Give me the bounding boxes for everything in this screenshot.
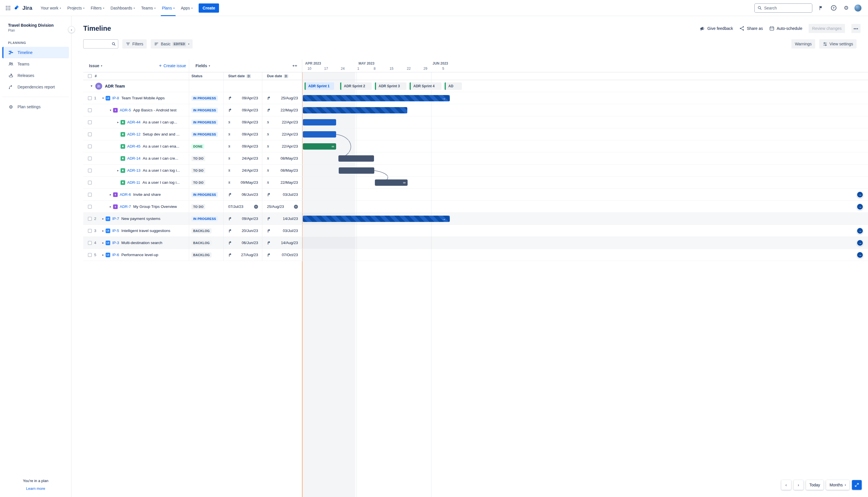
nav-item-filters[interactable]: Filters▾ xyxy=(88,0,107,16)
issue-summary: Intelligent travel suggestions xyxy=(121,229,170,233)
issue-summary: My Group Trips Overview xyxy=(133,204,177,209)
nav-item-projects[interactable]: Projects▾ xyxy=(64,0,88,16)
team-avatar xyxy=(95,83,102,89)
sprint-pill[interactable]: ADR Sprint 4 xyxy=(409,82,442,90)
issue-key[interactable]: ADR-45 xyxy=(127,144,140,148)
issue-key[interactable]: IP-7 xyxy=(112,216,119,221)
level-issue-type-icon: LE xyxy=(106,253,110,257)
nav-item-your-work[interactable]: Your work▾ xyxy=(38,0,64,16)
jira-logo[interactable]: Jira xyxy=(14,4,32,12)
select-all-checkbox[interactable] xyxy=(88,74,92,78)
row-checkbox[interactable] xyxy=(88,156,92,160)
due-date-column-header[interactable]: Due date D xyxy=(262,72,302,80)
expand-toggle-icon[interactable]: ▾ xyxy=(91,84,92,88)
issue-key[interactable]: ADR-5 xyxy=(120,108,131,112)
gantt-bar[interactable] xyxy=(338,155,374,162)
expand-toggle-icon[interactable]: ▾ xyxy=(100,97,106,100)
gantt-bar[interactable] xyxy=(303,131,336,138)
row-checkbox[interactable] xyxy=(88,217,92,221)
gantt-bar[interactable] xyxy=(303,119,336,126)
nav-item-teams[interactable]: Teams▾ xyxy=(138,0,159,16)
week-label: 1 xyxy=(357,67,359,71)
app-switcher-icon[interactable] xyxy=(3,3,13,13)
row-checkbox[interactable] xyxy=(88,181,92,185)
timeline-search[interactable] xyxy=(83,39,118,48)
row-checkbox[interactable] xyxy=(88,144,92,148)
row-checkbox[interactable] xyxy=(88,205,92,209)
date-value: 03/Jul/23 xyxy=(283,193,298,197)
issue-key[interactable]: IP-6 xyxy=(112,253,119,257)
nav-item-plans[interactable]: Plans▾ xyxy=(159,0,178,16)
sprint-pill[interactable]: ADR Sprint 1 xyxy=(305,82,334,90)
fields-menu[interactable]: Fields ▾ xyxy=(196,63,210,68)
expand-toggle-icon[interactable]: ▸ xyxy=(108,205,113,208)
gantt-bar[interactable]: → xyxy=(303,216,450,222)
issue-key[interactable]: ADR-13 xyxy=(127,168,140,173)
create-button[interactable]: Create xyxy=(199,3,219,13)
sidebar-item-dependencies-report[interactable]: Dependencies report xyxy=(2,81,69,93)
date-value: 09/Apr/23 xyxy=(242,144,258,148)
issue-key[interactable]: ADR-7 xyxy=(120,204,131,209)
create-issue-button[interactable]: + Create issue xyxy=(159,63,186,68)
level-issue-type-icon: LE xyxy=(106,241,110,245)
issue-key[interactable]: ADR-12 xyxy=(127,132,140,137)
sidebar-collapse-button[interactable]: ‹ xyxy=(68,26,75,33)
row-checkbox[interactable] xyxy=(88,241,92,245)
expand-toggle-icon[interactable]: ▸ xyxy=(100,229,106,232)
sprint-pill[interactable]: ADR Sprint 2 xyxy=(340,82,372,90)
issue-key[interactable]: IP-3 xyxy=(112,241,119,245)
expand-toggle-icon[interactable]: ▾ xyxy=(108,109,113,112)
sprint-pill[interactable]: AD xyxy=(445,82,450,90)
issue-row: ADR-11As a user I can log i...TO DOS09/M… xyxy=(83,176,450,189)
remove-date-icon[interactable]: × xyxy=(254,205,258,209)
filters-button[interactable]: Filters xyxy=(122,39,147,48)
nav-item-apps[interactable]: Apps▾ xyxy=(178,0,196,16)
gantt-bar[interactable]: → xyxy=(303,95,450,101)
issue-key[interactable]: ADR-44 xyxy=(127,120,140,124)
issue-key[interactable]: IP-8 xyxy=(112,96,119,100)
sidebar-item-label: Dependencies report xyxy=(17,85,55,89)
sprint-pill[interactable]: ADR Sprint 3 xyxy=(375,82,406,90)
expand-toggle-icon[interactable]: ▸ xyxy=(115,120,120,124)
issue-row: 5▸LEIP-6Performance level-upBACKLOG↱27/A… xyxy=(83,249,450,258)
row-checkbox[interactable] xyxy=(88,169,92,173)
row-checkbox[interactable] xyxy=(88,193,92,197)
date-value: 03/Jul/23 xyxy=(283,229,298,233)
issue-key[interactable]: IP-5 xyxy=(112,229,119,233)
date-value: 09/Apr/23 xyxy=(242,96,258,100)
status-column-header[interactable]: Status xyxy=(189,72,223,80)
timeline-search-input[interactable] xyxy=(86,42,112,46)
gantt-bar[interactable] xyxy=(339,167,374,174)
gantt-bar[interactable]: ∞ xyxy=(303,143,336,150)
sidebar-item-releases[interactable]: Releases xyxy=(2,70,69,81)
issue-key[interactable]: ADR-14 xyxy=(127,156,140,160)
issue-column-menu[interactable]: Issue ▾ xyxy=(89,63,102,68)
issue-key[interactable]: ADR-11 xyxy=(127,180,140,185)
row-checkbox[interactable] xyxy=(88,108,92,112)
row-checkbox[interactable] xyxy=(88,229,92,233)
view-mode-button[interactable]: Basic EDITED ▾ xyxy=(151,39,192,48)
collapse-fields-icon[interactable] xyxy=(292,63,298,68)
start-date-cell: S09/Apr/23 xyxy=(223,140,262,152)
row-checkbox[interactable] xyxy=(88,96,92,100)
sidebar-item-timeline[interactable]: Timeline xyxy=(2,47,69,58)
expand-toggle-icon[interactable]: ▸ xyxy=(108,193,113,196)
sidebar-item-plan-settings[interactable]: ⚙ Plan settings xyxy=(2,101,69,113)
expand-toggle-icon[interactable]: ▸ xyxy=(100,253,106,256)
status-badge: IN PROGRESS xyxy=(191,108,218,113)
expand-toggle-icon[interactable]: ▸ xyxy=(100,217,106,220)
row-checkbox[interactable] xyxy=(88,120,92,124)
gantt-cell xyxy=(302,128,450,140)
primary-nav: Your work▾Projects▾Filters▾Dashboards▾Te… xyxy=(38,0,196,16)
start-date-column-header[interactable]: Start date D xyxy=(223,72,262,80)
issue-key[interactable]: ADR-6 xyxy=(120,193,131,197)
sidebar-item-teams[interactable]: Teams xyxy=(2,58,69,70)
row-checkbox[interactable] xyxy=(88,253,92,257)
row-checkbox[interactable] xyxy=(88,132,92,137)
expand-toggle-icon[interactable]: ▸ xyxy=(115,169,120,172)
remove-date-icon[interactable]: × xyxy=(294,205,298,209)
nav-item-dashboards[interactable]: Dashboards▾ xyxy=(107,0,138,16)
expand-toggle-icon[interactable]: ▸ xyxy=(100,241,106,244)
gantt-bar[interactable]: ∞ xyxy=(375,180,408,186)
gantt-bar[interactable] xyxy=(303,107,407,113)
